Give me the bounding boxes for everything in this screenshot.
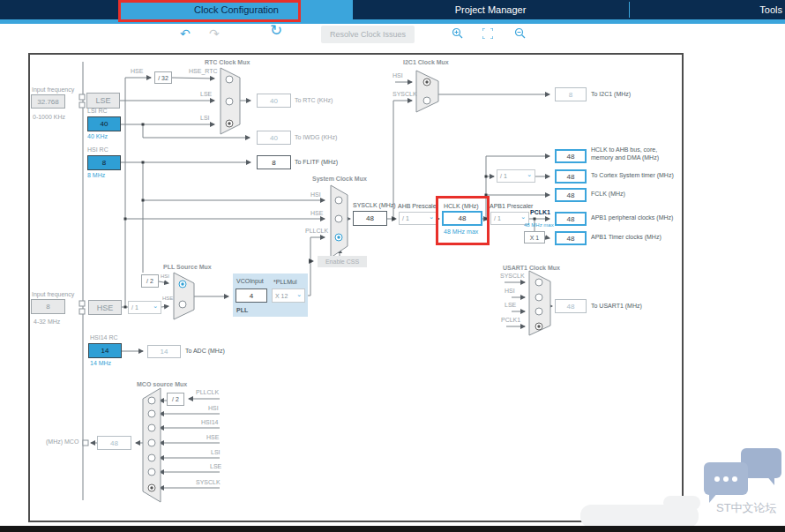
hse-frequency-range: 4-32 MHz [34, 318, 60, 326]
hclk-out-value: 48 [555, 149, 587, 163]
rtc-mux-radio-hse-rtc[interactable] [226, 76, 233, 83]
undo-icon[interactable]: ↶ [180, 27, 191, 40]
i2c1-hsi-label: HSI [392, 72, 403, 79]
usart1-sysclk-label: SYSCLK [500, 273, 525, 280]
sysclk-value: 48 [353, 211, 387, 226]
vco-input-value: 4 [236, 288, 267, 303]
cortex-prescaler-dropdown[interactable]: / 1 [497, 169, 535, 183]
rtc-mux-radio-lse[interactable] [226, 98, 233, 105]
pll-hse-prescaler-dropdown[interactable]: / 1 [128, 301, 161, 314]
mco-div2-box: / 2 [167, 393, 184, 406]
hsi-rc-label: HSI RC [87, 146, 108, 154]
to-usart1-value: 48 [555, 299, 587, 313]
hclk-max-note: 48 MHz max [444, 229, 478, 236]
rtc-lse-label: LSE [200, 91, 212, 98]
header-accent-strip [0, 19, 785, 24]
pll-hsi-label: HSI [161, 273, 169, 280]
apb1-timer-label: APB1 Timer clocks (MHz) [591, 234, 662, 241]
mco-pin-label: (MHz) MCO [46, 438, 78, 446]
tab-tools[interactable]: Tools [630, 0, 785, 19]
hclk-out-label-line1: HCLK to AHB bus, core, [591, 146, 657, 154]
hclk-input-field[interactable]: 48 [442, 211, 482, 226]
hsi14-rc-value[interactable]: 14 [88, 343, 122, 358]
mco-lsi-label: LSI [211, 449, 221, 456]
i2c1-mux-radio-sysclk[interactable] [423, 97, 430, 104]
pll-name-label: PLL [236, 307, 248, 314]
cursor-blob [580, 505, 699, 528]
system-mux-radio-hsi[interactable] [335, 197, 342, 204]
hsi14-rc-label: HSI14 RC [90, 334, 118, 341]
apb1-peripheral-value: 48 [555, 212, 587, 226]
reset-icon[interactable]: ↻ [270, 25, 282, 37]
chevron-down-icon [520, 215, 526, 221]
usart1-mux-radio-lse[interactable] [535, 308, 542, 315]
i2c1-mux-title: I2C1 Clock Mux [403, 59, 449, 65]
pll-mux-radio-hsi-dot [181, 282, 183, 285]
pllmul-value: X 12 [275, 293, 288, 299]
pll-mux-radio-hse[interactable] [179, 301, 186, 308]
cortex-prescaler-value: / 1 [500, 173, 507, 179]
to-flitf-label: To FLITF (MHz) [295, 159, 338, 166]
to-adc-label: To ADC (MHz) [185, 348, 225, 355]
rtc-hse-rtc-label: HSE_RTC [189, 68, 218, 75]
pll-mux-title: PLL Source Mux [163, 264, 212, 270]
pll-mux-shape [174, 273, 194, 319]
apb1-prescaler-value: / 1 [494, 215, 501, 221]
enable-css-button[interactable]: Enable CSS [318, 256, 367, 267]
fit-to-window-icon[interactable] [482, 28, 493, 39]
rtc-mux-title: RTC Clock Mux [205, 59, 250, 65]
cortex-timer-label: To Cortex System timer (MHz) [591, 172, 674, 179]
system-mux-radio-hse[interactable] [335, 215, 342, 222]
fclk-value: 48 [555, 188, 587, 202]
zoom-in-icon[interactable] [452, 27, 464, 40]
mco-mux-radio-hse[interactable] [148, 439, 155, 446]
hsi-rc-value[interactable]: 8 [87, 155, 121, 170]
lse-input-frequency-field[interactable]: 32.768 [31, 94, 65, 109]
chevron-down-icon [153, 304, 158, 311]
mco-hsi-label: HSI [208, 405, 219, 412]
mco-mux-title: MCO source Mux [137, 381, 187, 387]
to-rtc-value: 40 [257, 94, 291, 108]
mco-mux-radio-hsi[interactable] [148, 410, 155, 417]
hsi14-rc-frequency: 14 MHz [90, 360, 111, 367]
pclk1-label: PCLK1 [530, 209, 550, 216]
rtc-lsi-label: LSI [200, 115, 210, 122]
hse-input-frequency-field[interactable]: 8 [31, 299, 65, 314]
i2c1-mux-shape [416, 71, 438, 112]
usart1-lse-label: LSE [505, 302, 516, 309]
mco-mux-radio-lse[interactable] [148, 468, 155, 476]
to-iwdg-label: To IWDG (KHz) [295, 134, 337, 141]
clock-tree-wires [30, 55, 682, 521]
lsi-rc-value[interactable]: 40 [87, 116, 121, 131]
lsi-rc-label: LSI RC [87, 108, 108, 115]
to-rtc-label: To RTC (KHz) [295, 97, 333, 104]
rtc-mux-radio-lsi-dot [228, 122, 230, 124]
redo-icon[interactable]: ↷ [209, 27, 220, 40]
usart1-mux-radio-sysclk[interactable] [535, 279, 542, 286]
system-hsi-label: HSI [310, 191, 321, 199]
chevron-down-icon [429, 215, 434, 221]
to-i2c1-label: To I2C1 (MHz) [591, 91, 631, 98]
tab-clock-configuration[interactable]: Clock Configuration [120, 0, 353, 19]
ahb-prescaler-dropdown[interactable]: / 1 [399, 212, 437, 225]
mco-mux-radio-lsi[interactable] [148, 454, 155, 461]
hclk-out-label-line2: memory and DMA (MHz) [591, 154, 659, 161]
i2c1-mux-radio-hsi-dot [425, 80, 428, 83]
tab-project-manager[interactable]: Project Manager [353, 0, 628, 19]
usart1-pclk1-label: PCLK1 [501, 317, 520, 324]
bottom-bar [0, 526, 785, 532]
mco-lse-label: LSE [210, 463, 221, 470]
lsi-rc-frequency: 40 KHz [87, 133, 108, 140]
mco-mux-radio-hsi14[interactable] [148, 424, 155, 431]
to-flitf-value: 8 [257, 155, 291, 169]
usart1-mux-radio-pclk1-dot [537, 325, 540, 327]
resolve-clock-issues-button[interactable]: Resolve Clock Issues [321, 26, 415, 43]
mco-mux-radio-pllclk[interactable] [148, 397, 155, 404]
to-iwdg-value: 40 [257, 131, 291, 145]
usart1-mux-radio-hsi[interactable] [535, 294, 542, 301]
to-usart1-label: To USART1 (MHz) [591, 303, 642, 310]
zoom-out-icon[interactable] [514, 27, 527, 40]
pllmul-dropdown[interactable]: X 12 [272, 288, 305, 303]
rtc-hse-label: HSE [131, 68, 143, 75]
watermark-bubble-small [704, 462, 748, 495]
